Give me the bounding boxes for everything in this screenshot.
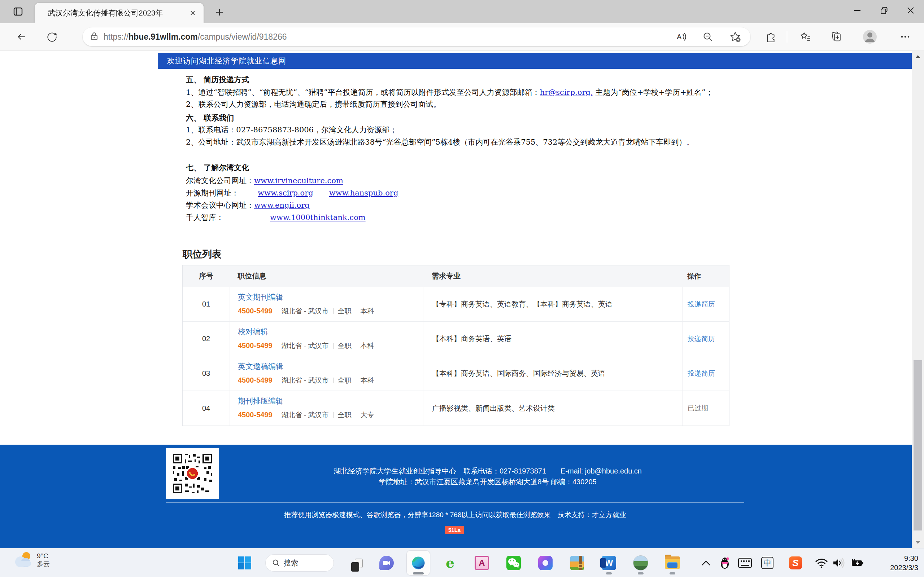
job-salary: 4500-5499 — [238, 411, 273, 419]
job-no: 01 — [183, 287, 229, 321]
job-type: 全职 — [338, 411, 352, 419]
apply-link[interactable]: 投递简历 — [688, 300, 715, 309]
taskbar-photos-button[interactable] — [629, 551, 652, 575]
apply-link[interactable]: 投递简历 — [688, 334, 715, 344]
profile-avatar[interactable] — [862, 29, 878, 45]
vertical-scrollbar[interactable] — [912, 51, 924, 548]
job-list-title: 职位列表 — [183, 248, 221, 261]
sogou-input-icon[interactable]: S — [787, 554, 804, 572]
qq-tray-icon[interactable] — [716, 554, 733, 572]
footer-contact-line2: 学院地址：武汉市江夏区藏龙岛开发区杨桥湖大道8号 邮编：430205 — [231, 476, 744, 487]
search-icon — [272, 559, 280, 567]
table-row: 01 英文期刊编辑 4500-5499湖北省 - 武汉市全职本科 【专科】商务英… — [183, 287, 729, 322]
job-title-link[interactable]: 校对编辑 — [238, 327, 268, 337]
extensions-icon[interactable] — [762, 29, 778, 45]
minimize-button[interactable] — [844, 0, 871, 21]
refresh-icon[interactable] — [43, 28, 61, 45]
weblink-row: 尔湾文化公司网址：www.irvineculture.com — [186, 176, 343, 186]
task-view-button[interactable] — [343, 551, 366, 575]
edge-icon — [411, 555, 426, 571]
scroll-down-icon[interactable] — [912, 537, 924, 548]
browser-tab-active[interactable]: 武汉尔湾文化传播有限公司2023年 — [35, 3, 204, 23]
toolbar-divider — [787, 31, 787, 43]
site-footer: 湖北经济学院大学生就业创业指导中心 联系电话：027-81973871 E-ma… — [0, 445, 912, 548]
taskbar-wechat-button[interactable] — [502, 551, 525, 575]
job-location: 湖北省 - 武汉市 — [281, 307, 329, 315]
job-title-link[interactable]: 英文期刊编辑 — [238, 292, 283, 302]
email-link[interactable]: hr@scirp.org, — [540, 88, 593, 97]
chat-icon — [380, 556, 394, 570]
section5-p2: 2、联系公司人力资源部，电话沟通确定后，携带纸质简历直接到公司面试。 — [186, 99, 441, 109]
scroll-up-icon[interactable] — [912, 52, 924, 62]
file-explorer-icon — [665, 556, 680, 569]
section7-title: 七、 了解尔湾文化 — [186, 163, 249, 173]
taskbar-explorer-button[interactable] — [661, 551, 684, 575]
start-button[interactable] — [233, 551, 256, 574]
taskbar-chat-button[interactable] — [375, 551, 398, 575]
touch-keyboard-icon[interactable] — [736, 554, 754, 572]
settings-more-icon[interactable] — [897, 29, 913, 45]
weather-temp: 9°C — [37, 552, 50, 560]
taskbar-word-button[interactable]: W — [597, 551, 620, 575]
volume-icon[interactable] — [830, 554, 848, 572]
thinktank-link[interactable]: www.1000thinktank.com — [270, 213, 366, 222]
table-row: 04 期刊排版编辑 4500-5499湖北省 - 武汉市全职大专 广播影视类、新… — [183, 391, 729, 425]
search-input[interactable]: 搜索 — [265, 554, 334, 572]
job-no: 03 — [183, 356, 229, 390]
col-header-majors: 需求专业 — [423, 271, 682, 281]
favorites-icon[interactable] — [798, 29, 814, 45]
section5-title: 五、 简历投递方式 — [186, 75, 249, 85]
engii-link[interactable]: www.engii.org — [254, 201, 310, 210]
job-degree: 大专 — [360, 411, 374, 419]
scirp-link[interactable]: www.scirp.org — [258, 189, 313, 197]
col-header-no: 序号 — [183, 271, 229, 281]
scrollbar-thumb[interactable] — [914, 360, 922, 530]
favorite-add-icon[interactable] — [728, 30, 743, 43]
battery-charging-icon[interactable] — [848, 554, 866, 572]
lock-icon[interactable] — [90, 31, 99, 42]
360browser-icon: e — [446, 556, 454, 570]
job-title-link[interactable]: 英文邀稿编辑 — [238, 361, 283, 371]
address-bar[interactable]: https://hbue.91wllm.com/campus/view/id/9… — [82, 27, 750, 46]
microsoft365-icon — [538, 556, 552, 570]
restore-button[interactable] — [871, 0, 897, 21]
job-majors: 【本科】商务英语、国际商务、国际经济与贸易、英语 — [423, 356, 682, 390]
new-tab-button[interactable] — [213, 6, 226, 19]
taskbar-clock[interactable]: 9:30 2023/3/3 — [890, 554, 918, 572]
weblink-row: 开源期刊网址：www.scirp.orgwww.hanspub.org — [186, 188, 398, 198]
job-no: 02 — [183, 322, 229, 356]
page-content: 欢迎访问湖北经济学院就业信息网 五、 简历投递方式 1、通过“智联招聘”、“前程… — [0, 51, 924, 445]
weblink-row: 千人智库：www.1000thinktank.com — [186, 213, 366, 222]
weather-widget[interactable]: 9°C 多云 — [15, 551, 50, 569]
close-button[interactable] — [897, 0, 924, 21]
taskbar-office-button[interactable] — [534, 551, 557, 575]
tray-expand-icon[interactable] — [697, 554, 715, 572]
ime-language-indicator[interactable]: 中 — [759, 554, 776, 572]
read-aloud-icon[interactable]: A — [674, 30, 688, 43]
tab-close-icon[interactable] — [188, 8, 198, 18]
job-type: 全职 — [338, 342, 352, 350]
tab-actions-icon[interactable] — [10, 4, 26, 19]
col-header-info: 职位信息 — [229, 271, 423, 281]
table-row: 02 校对编辑 4500-5499湖北省 - 武汉市全职本科 【本科】商务英语、… — [183, 322, 729, 356]
job-title-link[interactable]: 期刊排版编辑 — [238, 396, 283, 406]
site-welcome-banner: 欢迎访问湖北经济学院就业信息网 — [158, 53, 912, 69]
job-table-header: 序号 职位信息 需求专业 操作 — [183, 266, 729, 287]
back-icon[interactable] — [12, 28, 30, 45]
job-majors: 广播影视类、新闻出版类、艺术设计类 — [423, 391, 682, 425]
wifi-icon[interactable] — [813, 554, 830, 572]
zoom-out-icon[interactable] — [701, 30, 715, 43]
footer-divider — [166, 502, 744, 503]
51la-badge[interactable]: 51La — [445, 526, 464, 534]
svg-text:A: A — [677, 33, 682, 41]
job-type: 全职 — [338, 377, 352, 384]
taskbar-360browser-button[interactable]: e — [439, 551, 462, 575]
taskbar-winrar-button[interactable] — [565, 551, 589, 575]
hanspub-link[interactable]: www.hanspub.org — [329, 189, 399, 197]
taskbar-edge-button[interactable] — [407, 551, 430, 575]
taskbar-access-button[interactable]: A — [470, 551, 493, 575]
collections-icon[interactable] — [829, 29, 845, 45]
apply-link[interactable]: 投递简历 — [688, 369, 715, 378]
footer-contact-line1: 湖北经济学院大学生就业创业指导中心 联系电话：027-81973871 E-ma… — [231, 466, 744, 476]
company-site-link[interactable]: www.irvineculture.com — [254, 176, 343, 185]
